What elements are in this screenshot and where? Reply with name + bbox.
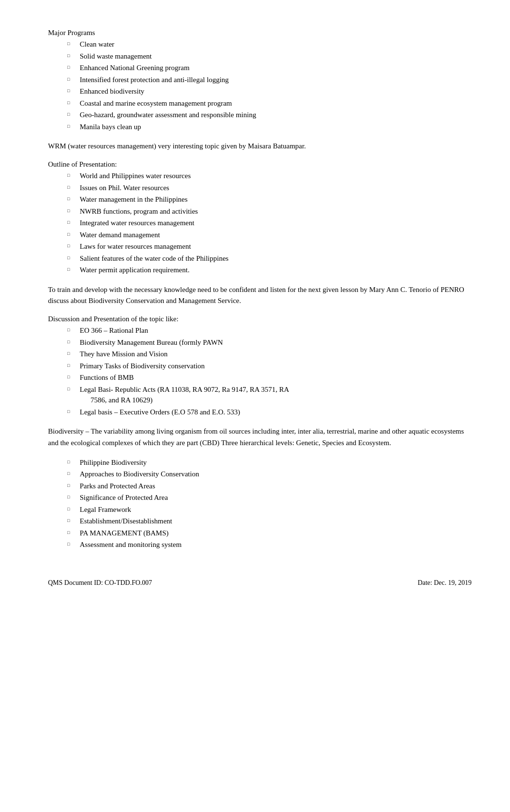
bullet-icon: □ <box>67 457 76 466</box>
wrm-intro-text: WRM (water resources management) very in… <box>48 141 472 152</box>
list-item: □They have Mission and Vision <box>67 349 472 360</box>
bullet-icon: □ <box>67 74 76 83</box>
item-text: Water demand management <box>80 230 160 241</box>
list-item: □Water demand management <box>67 230 472 241</box>
list-item: □Intensified forest protection and anti-… <box>67 74 472 85</box>
item-text: Intensified forest protection and anti-i… <box>80 74 229 85</box>
item-text: Enhanced National Greening program <box>80 62 190 73</box>
major-programs-heading: Major Programs <box>48 29 472 37</box>
item-text: Parks and Protected Areas <box>80 481 155 492</box>
item-text: World and Philippines water resources <box>80 170 191 182</box>
list-item: □Laws for water resources management <box>67 241 472 252</box>
item-text: Legal Basi- Republic Acts (RA 11038, RA … <box>80 384 289 406</box>
bullet-icon: □ <box>67 372 76 381</box>
item-text: Significance of Protected Area <box>80 492 168 503</box>
item-text: Primary Tasks of Biodiversity conservati… <box>80 361 205 372</box>
item-text: Geo-hazard, groundwater assessment and r… <box>80 109 256 121</box>
item-text: Assessment and monitoring system <box>80 539 182 550</box>
list-item: □Coastal and marine ecosystem management… <box>67 98 472 109</box>
discussion-list: □EO 366 – Rational Plan □Biodiversity Ma… <box>48 325 472 417</box>
biodiversity-intro-text: To train and develop with the necessary … <box>48 284 472 307</box>
bullet-icon: □ <box>67 182 76 191</box>
list-item: □Enhanced National Greening program <box>67 62 472 73</box>
item-text: Water management in the Philippines <box>80 194 188 205</box>
list-item: □World and Philippines water resources <box>67 170 472 182</box>
bullet-icon: □ <box>67 98 76 107</box>
outline-list: □World and Philippines water resources □… <box>48 170 472 276</box>
list-item: □EO 366 – Rational Plan <box>67 325 472 336</box>
item-text: NWRB functions, program and activities <box>80 206 198 217</box>
bullet-icon: □ <box>67 218 76 226</box>
bullet-icon: □ <box>67 528 76 536</box>
item-text: Biodiversity Management Bureau (formly P… <box>80 337 223 348</box>
item-text: Philippine Biodiversity <box>80 457 147 468</box>
bullet-icon: □ <box>67 361 76 369</box>
list-item: □Legal Framework <box>67 504 472 515</box>
major-programs-section: Major Programs □Clean water □Solid waste… <box>48 29 472 132</box>
list-item: □Parks and Protected Areas <box>67 481 472 492</box>
item-text: Laws for water resources management <box>80 241 191 252</box>
item-text: EO 366 – Rational Plan <box>80 325 148 336</box>
item-text: Solid waste management <box>80 51 152 62</box>
discussion-heading: Discussion and Presentation of the topic… <box>48 315 472 323</box>
bullet-icon: □ <box>67 265 76 273</box>
bullet-icon: □ <box>67 337 76 346</box>
list-item: □Manila bays clean up <box>67 121 472 133</box>
bullet-icon: □ <box>67 469 76 477</box>
wrm-intro-section: WRM (water resources management) very in… <box>48 141 472 152</box>
list-item: □Integrated water resources management <box>67 218 472 229</box>
biodiversity-topics-list: □Philippine Biodiversity □Approaches to … <box>48 457 472 550</box>
list-item: □Issues on Phil. Water resources <box>67 182 472 194</box>
item-text: Salient features of the water code of th… <box>80 253 229 264</box>
bullet-icon: □ <box>67 492 76 501</box>
item-text: Coastal and marine ecosystem management … <box>80 98 232 109</box>
item-text: Legal Framework <box>80 504 131 515</box>
bullet-icon: □ <box>67 539 76 548</box>
list-item: □Philippine Biodiversity <box>67 457 472 468</box>
outline-section: Outline of Presentation: □World and Phil… <box>48 160 472 276</box>
item-text: Integrated water resources management <box>80 218 194 229</box>
list-item: □Water management in the Philippines <box>67 194 472 205</box>
biodiversity-topics-section: □Philippine Biodiversity □Approaches to … <box>48 457 472 550</box>
bullet-icon: □ <box>67 384 76 393</box>
list-item: □Biodiversity Management Bureau (formly … <box>67 337 472 348</box>
list-item: □NWRB functions, program and activities <box>67 206 472 217</box>
bullet-icon: □ <box>67 325 76 334</box>
list-item: □Salient features of the water code of t… <box>67 253 472 264</box>
item-text: Enhanced biodiversity <box>80 86 145 97</box>
list-item: □Functions of BMB <box>67 372 472 383</box>
bullet-icon: □ <box>67 516 76 524</box>
bullet-icon: □ <box>67 241 76 250</box>
bullet-icon: □ <box>67 407 76 415</box>
bullet-icon: □ <box>67 51 76 60</box>
item-text: Water permit application requirement. <box>80 265 190 276</box>
list-item: □ Legal Basi- Republic Acts (RA 11038, R… <box>67 384 472 406</box>
list-item: □Enhanced biodiversity <box>67 86 472 97</box>
bullet-icon: □ <box>67 170 76 179</box>
list-item: □Water permit application requirement. <box>67 265 472 276</box>
list-item: □Establishment/Disestablishment <box>67 516 472 527</box>
footer: QMS Document ID: CO-TDD.FO.007 Date: Dec… <box>48 579 472 587</box>
bullet-icon: □ <box>67 504 76 513</box>
item-text: Legal basis – Executive Orders (E.O 578 … <box>80 407 240 418</box>
list-item: □Legal basis – Executive Orders (E.O 578… <box>67 407 472 418</box>
item-text: PA MANAGEMENT (BAMS) <box>80 528 169 539</box>
biodiversity-definition-section: Biodiversity – The variability among liv… <box>48 426 472 448</box>
item-text: Establishment/Disestablishment <box>80 516 172 527</box>
major-programs-list: □Clean water □Solid waste management □En… <box>48 39 472 132</box>
item-text: Approaches to Biodiversity Conservation <box>80 469 199 480</box>
list-item: □Significance of Protected Area <box>67 492 472 503</box>
footer-left: QMS Document ID: CO-TDD.FO.007 <box>48 579 152 587</box>
item-text: Issues on Phil. Water resources <box>80 182 169 194</box>
bullet-icon: □ <box>67 86 76 95</box>
bullet-icon: □ <box>67 39 76 48</box>
bullet-icon: □ <box>67 109 76 118</box>
biodiversity-intro-section: To train and develop with the necessary … <box>48 284 472 307</box>
list-item: □Geo-hazard, groundwater assessment and … <box>67 109 472 121</box>
item-text: Clean water <box>80 39 114 50</box>
list-item: □Primary Tasks of Biodiversity conservat… <box>67 361 472 372</box>
bullet-icon: □ <box>67 349 76 357</box>
discussion-section: Discussion and Presentation of the topic… <box>48 315 472 417</box>
list-item: □Approaches to Biodiversity Conservation <box>67 469 472 480</box>
list-item: □Clean water <box>67 39 472 50</box>
